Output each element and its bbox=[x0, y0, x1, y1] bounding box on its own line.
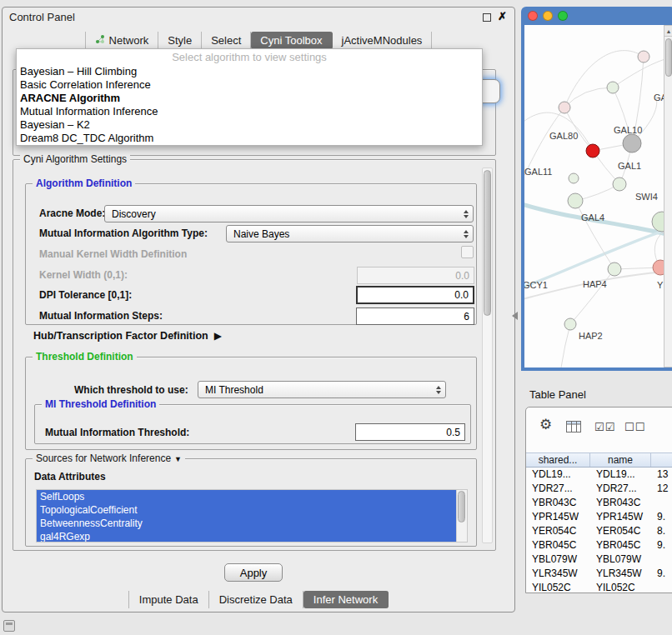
deselect-all-rows-icon[interactable]: ☐☐ bbox=[624, 419, 645, 436]
aracne-mode-select[interactable]: Discovery bbox=[104, 205, 474, 222]
attribute-item-selected[interactable]: BetweennessCentrality bbox=[37, 517, 456, 530]
node-label-clipped: Y bbox=[657, 280, 664, 290]
sources-expander[interactable]: Sources for Network Inference▼ bbox=[33, 452, 185, 465]
network-edges bbox=[524, 51, 664, 368]
kernel-width-label: Kernel Width (0,1): bbox=[39, 269, 128, 281]
manual-kernel-width-checkbox[interactable] bbox=[461, 246, 474, 258]
which-threshold-select[interactable]: MI Threshold bbox=[198, 381, 446, 398]
table-row[interactable]: YPR145WYPR145W9. bbox=[526, 510, 672, 524]
algorithm-option[interactable]: Bayesian – Hill Climbing bbox=[17, 65, 482, 78]
node bbox=[607, 82, 619, 93]
node-label: GAL80 bbox=[549, 131, 578, 141]
tab-label: jActiveMNodules bbox=[342, 34, 423, 47]
select-all-rows-icon[interactable]: ☑☑ bbox=[594, 419, 615, 436]
scroll-up-icon[interactable]: ▲ bbox=[664, 26, 672, 37]
minimized-panel-icon[interactable] bbox=[3, 620, 15, 632]
bottom-tab-bar: Impute Data Discretize Data Infer Networ… bbox=[3, 591, 514, 608]
algorithm-option[interactable]: Mutual Information Inference bbox=[17, 105, 482, 118]
cell bbox=[651, 552, 672, 567]
node-label: GCY1 bbox=[524, 280, 548, 290]
table-row[interactable]: YLR345WYLR345W9. bbox=[526, 567, 672, 581]
algorithm-option[interactable]: Basic Correlation Inference bbox=[17, 78, 482, 92]
scrollbar-thumb[interactable] bbox=[665, 38, 672, 77]
apply-button[interactable]: Apply bbox=[224, 563, 283, 582]
algorithm-dropdown-popup: Select algorithm to view settings Bayesi… bbox=[16, 48, 483, 146]
mi-algorithm-type-select[interactable]: Naive Bayes bbox=[226, 225, 474, 242]
algorithm-option[interactable]: Bayesian – K2 bbox=[17, 118, 482, 132]
show-columns-icon[interactable] bbox=[566, 420, 581, 437]
cell: YBL079W bbox=[526, 552, 590, 567]
network-canvas[interactable]: GAL80 GAL10 GAL11 GAL1 SWI4 GAL4 GCY1 HA… bbox=[524, 25, 664, 368]
tab-discretize-data[interactable]: Discretize Data bbox=[209, 591, 303, 608]
close-window-icon[interactable] bbox=[528, 11, 538, 21]
algorithm-option-selected[interactable]: ARACNE Algorithm bbox=[17, 92, 482, 105]
split-pane-collapse-icon[interactable] bbox=[512, 312, 518, 320]
column-header-shared-name[interactable]: shared... bbox=[526, 453, 590, 467]
table-row[interactable]: YIL052CYIL052C bbox=[526, 581, 672, 592]
tab-label: Style bbox=[168, 34, 192, 47]
manual-kernel-width-label: Manual Kernel Width Definition bbox=[39, 248, 187, 260]
tab-jactivemodules[interactable]: jActiveMNodules bbox=[333, 32, 433, 49]
mi-algorithm-type-label: Mutual Information Algorithm Type: bbox=[39, 228, 208, 239]
table-row[interactable]: YDL19...YDL19...13 bbox=[526, 468, 672, 482]
algorithm-definition-groupbox: Algorithm Definition Aracne Mode: Discov… bbox=[25, 183, 477, 325]
screen: Control Panel ✗ Network Style Select Cyn… bbox=[0, 0, 672, 635]
cell: 8. bbox=[651, 524, 672, 538]
hub-definition-expander[interactable]: Hub/Transcription Factor Definition ▶ bbox=[33, 330, 222, 342]
attribute-item-selected[interactable]: SelfLoops bbox=[37, 490, 456, 503]
float-window-icon[interactable] bbox=[483, 13, 491, 22]
cell: YBR045C bbox=[590, 538, 651, 552]
cell: YER054C bbox=[590, 524, 651, 538]
mi-steps-label: Mutual Information Steps: bbox=[39, 310, 163, 322]
cell: YER054C bbox=[526, 524, 590, 538]
attributes-scrollbar[interactable] bbox=[456, 490, 467, 542]
threshold-definition-groupbox: Threshold Definition Which threshold to … bbox=[25, 357, 477, 450]
node bbox=[559, 102, 570, 113]
column-header-name[interactable]: name bbox=[590, 453, 651, 467]
table-row[interactable]: YBR045CYBR045C9. bbox=[526, 538, 672, 552]
dpi-tolerance-field[interactable] bbox=[356, 286, 474, 304]
minimize-window-icon[interactable] bbox=[543, 11, 553, 21]
node bbox=[638, 51, 649, 62]
close-icon[interactable]: ✗ bbox=[498, 10, 507, 23]
tab-impute-data[interactable]: Impute Data bbox=[128, 591, 209, 608]
control-panel-tab-bar: Network Style Select Cyni Toolbox jActiv… bbox=[3, 32, 514, 49]
cell: 9. bbox=[651, 538, 672, 552]
network-vertical-scrollbar[interactable]: ▲ bbox=[664, 25, 672, 368]
cell: YLR345W bbox=[526, 567, 590, 581]
attribute-item-selected[interactable]: gal4RGexp bbox=[37, 530, 456, 542]
node-label: GAL11 bbox=[524, 167, 552, 177]
tab-select[interactable]: Select bbox=[202, 32, 251, 49]
table-row[interactable]: YBR043CYBR043C bbox=[526, 496, 672, 510]
mi-steps-field[interactable] bbox=[356, 308, 474, 325]
table-row[interactable]: YDR27...YDR27...12 bbox=[526, 482, 672, 496]
column-header-clipped[interactable] bbox=[651, 453, 672, 467]
cell: YBR043C bbox=[590, 496, 651, 510]
table-row[interactable]: YER054CYER054C8. bbox=[526, 524, 672, 538]
table-row[interactable]: YBL079WYBL079W bbox=[526, 552, 672, 567]
node bbox=[564, 318, 576, 330]
kernel-width-field[interactable] bbox=[357, 267, 474, 284]
cell: YLR345W bbox=[590, 567, 651, 581]
scrollbar-thumb[interactable] bbox=[458, 491, 465, 522]
node-salmon bbox=[653, 260, 664, 275]
tab-infer-network[interactable]: Infer Network bbox=[303, 591, 389, 608]
attribute-item-selected[interactable]: TopologicalCoefficient bbox=[37, 503, 456, 517]
cell: YDL19... bbox=[526, 468, 590, 482]
node-label: SWI4 bbox=[635, 192, 658, 202]
tab-style[interactable]: Style bbox=[158, 32, 202, 49]
algorithm-option[interactable]: Dream8 DC_TDC Algorithm bbox=[17, 132, 482, 145]
mi-threshold-field[interactable] bbox=[355, 423, 465, 441]
data-attributes-label: Data Attributes bbox=[34, 471, 106, 482]
node-label: HAP2 bbox=[579, 331, 603, 341]
tab-network[interactable]: Network bbox=[85, 32, 159, 49]
tab-cyni-toolbox[interactable]: Cyni Toolbox bbox=[251, 32, 332, 49]
cell: YPR145W bbox=[590, 510, 651, 524]
table-settings-gear-icon[interactable]: ⚙ bbox=[539, 417, 552, 433]
node-label: GAL1 bbox=[618, 161, 641, 171]
cell: 9. bbox=[651, 510, 672, 524]
settings-scrollbar[interactable] bbox=[482, 168, 493, 543]
sources-title: Sources for Network Inference bbox=[36, 452, 171, 464]
zoom-window-icon[interactable] bbox=[558, 11, 568, 21]
scrollbar-thumb[interactable] bbox=[484, 170, 491, 316]
